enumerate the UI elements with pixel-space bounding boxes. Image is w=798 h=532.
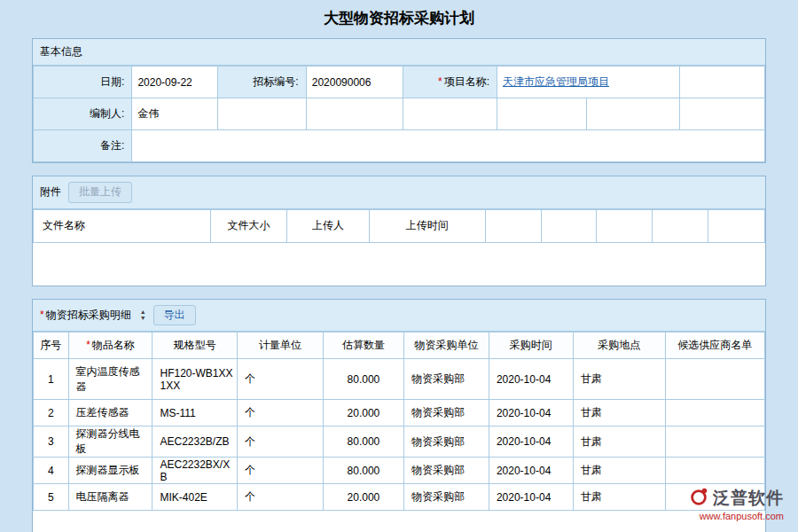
empty-cell bbox=[587, 98, 680, 130]
cell-seq: 2 bbox=[34, 400, 69, 426]
required-mark: * bbox=[438, 75, 442, 88]
basic-info-table: 日期: 2020-09-22 招标编号: 2020090006 *项目名称: 天… bbox=[33, 66, 765, 162]
cell-suppliers bbox=[665, 359, 764, 400]
empty-cell bbox=[485, 209, 541, 242]
empty-cell bbox=[497, 98, 587, 130]
empty-cell bbox=[708, 209, 765, 242]
cell-place: 甘肃 bbox=[573, 458, 665, 484]
cell-spec: AEC2232B/ZB bbox=[153, 426, 238, 458]
col-item-name: *物品名称 bbox=[68, 332, 153, 359]
empty-cell bbox=[306, 98, 403, 130]
detail-row: 4 探测器显示板 AEC2232BX/XB 个 80.000 物资采购部 202… bbox=[34, 458, 765, 484]
cell-time: 2020-10-04 bbox=[489, 484, 573, 511]
detail-title: *物资招标采购明细 bbox=[40, 308, 131, 323]
cell-time: 2020-10-04 bbox=[489, 426, 573, 458]
cell-unit: 个 bbox=[238, 426, 324, 458]
cell-seq: 4 bbox=[34, 458, 69, 484]
attachments-table: 文件名称 文件大小 上传人 上传时间 bbox=[33, 209, 765, 243]
basic-info-header: 基本信息 bbox=[33, 39, 765, 66]
cell-unit: 个 bbox=[238, 484, 324, 511]
cell-dept: 物资采购部 bbox=[404, 359, 489, 400]
col-seq: 序号 bbox=[34, 332, 69, 359]
col-purchase-place: 采购地点 bbox=[573, 332, 665, 359]
cell-item-name: 室内温度传感器 bbox=[68, 359, 153, 400]
cell-suppliers bbox=[665, 458, 764, 484]
detail-table: 序号 *物品名称 规格型号 计量单位 估算数量 物资采购单位 采购时间 采购地点… bbox=[33, 332, 765, 511]
cell-seq: 1 bbox=[34, 359, 69, 400]
cell-dept: 物资采购部 bbox=[404, 458, 489, 484]
col-purchase-time: 采购时间 bbox=[489, 332, 573, 359]
cell-qty: 20.000 bbox=[323, 400, 404, 426]
attachments-panel: 附件 批量上传 文件名称 文件大小 上传人 上传时间 bbox=[32, 176, 766, 286]
creator-label: 编制人: bbox=[34, 98, 132, 130]
cell-item-name: 压差传感器 bbox=[68, 400, 153, 426]
sort-icon[interactable]: ▲ ▼ bbox=[140, 309, 146, 321]
col-spec-model: 规格型号 bbox=[153, 332, 238, 359]
cell-suppliers bbox=[665, 426, 764, 458]
cell-seq: 5 bbox=[34, 484, 69, 511]
cell-item-name: 电压隔离器 bbox=[68, 484, 153, 511]
cell-place: 甘肃 bbox=[573, 484, 665, 511]
cell-qty: 80.000 bbox=[323, 458, 404, 484]
required-mark: * bbox=[40, 309, 44, 321]
fanpu-logo-icon bbox=[688, 486, 709, 510]
cell-spec: AEC2232BX/XB bbox=[153, 458, 238, 484]
cell-spec: HF120-WB1XX1XX bbox=[153, 359, 238, 400]
export-button[interactable]: 导出 bbox=[153, 305, 196, 326]
detail-panel: *物资招标采购明细 ▲ ▼ 导出 序号 *物品名称 规格型号 计量单位 估算数量… bbox=[32, 299, 766, 532]
basic-info-panel: 基本信息 日期: 2020-09-22 招标编号: 2020090006 *项目… bbox=[32, 38, 766, 163]
col-upload-time: 上传时间 bbox=[369, 209, 485, 242]
project-link[interactable]: 天津市应急管理局项目 bbox=[503, 75, 609, 88]
detail-row: 1 室内温度传感器 HF120-WB1XX1XX 个 80.000 物资采购部 … bbox=[34, 359, 765, 400]
date-value: 2020-09-22 bbox=[132, 66, 218, 98]
cell-place: 甘肃 bbox=[573, 426, 665, 458]
empty-cell bbox=[403, 98, 497, 130]
col-uploader: 上传人 bbox=[287, 209, 369, 242]
page-title: 大型物资招标采购计划 bbox=[0, 0, 798, 38]
cell-seq: 3 bbox=[34, 426, 69, 458]
basic-info-row-1: 日期: 2020-09-22 招标编号: 2020090006 *项目名称: 天… bbox=[34, 66, 765, 98]
sort-asc-icon: ▲ bbox=[140, 309, 146, 315]
remark-label: 备注: bbox=[34, 130, 132, 162]
project-label: *项目名称: bbox=[403, 66, 497, 98]
cell-time: 2020-10-04 bbox=[489, 400, 573, 426]
empty-cell bbox=[680, 98, 765, 130]
brand-url[interactable]: www.fanpusoft.com bbox=[688, 511, 784, 521]
creator-value: 金伟 bbox=[132, 98, 218, 130]
cell-dept: 物资采购部 bbox=[404, 484, 489, 511]
basic-info-title: 基本信息 bbox=[40, 44, 82, 59]
date-label: 日期: bbox=[34, 66, 132, 98]
detail-row: 5 电压隔离器 MIK-402E 个 20.000 物资采购部 2020-10-… bbox=[34, 484, 765, 511]
cell-place: 甘肃 bbox=[573, 359, 665, 400]
cell-place: 甘肃 bbox=[573, 400, 665, 426]
cell-item-name: 探测器显示板 bbox=[68, 458, 153, 484]
detail-empty-area bbox=[33, 511, 765, 532]
cell-unit: 个 bbox=[238, 458, 324, 484]
cell-unit: 个 bbox=[238, 400, 324, 426]
cell-qty: 80.000 bbox=[323, 359, 404, 400]
col-est-qty: 估算数量 bbox=[323, 332, 404, 359]
col-file-name: 文件名称 bbox=[34, 209, 211, 242]
attachments-title: 附件 bbox=[40, 184, 61, 200]
cell-item-name: 探测器分线电板 bbox=[68, 426, 153, 458]
sort-desc-icon: ▼ bbox=[140, 315, 146, 321]
empty-cell bbox=[541, 209, 597, 242]
remark-value bbox=[132, 130, 765, 162]
cell-suppliers bbox=[665, 400, 764, 426]
attachments-header-row: 文件名称 文件大小 上传人 上传时间 bbox=[34, 209, 765, 242]
basic-info-row-2: 编制人: 金伟 bbox=[34, 98, 765, 130]
cell-spec: MS-111 bbox=[153, 400, 238, 426]
batch-upload-button[interactable]: 批量上传 bbox=[68, 182, 132, 203]
required-mark: * bbox=[86, 339, 90, 351]
attachments-header: 附件 批量上传 bbox=[33, 176, 765, 209]
cell-spec: MIK-402E bbox=[153, 484, 238, 511]
col-unit: 计量单位 bbox=[238, 332, 324, 359]
cell-unit: 个 bbox=[238, 359, 324, 400]
detail-header-row: 序号 *物品名称 规格型号 计量单位 估算数量 物资采购单位 采购时间 采购地点… bbox=[34, 332, 765, 359]
cell-dept: 物资采购部 bbox=[404, 426, 489, 458]
cell-qty: 80.000 bbox=[323, 426, 404, 458]
brand-name: 泛普软件 bbox=[713, 487, 784, 510]
project-value-cell: 天津市应急管理局项目 bbox=[497, 66, 680, 98]
col-file-size: 文件大小 bbox=[210, 209, 287, 242]
cell-qty: 20.000 bbox=[323, 484, 404, 511]
